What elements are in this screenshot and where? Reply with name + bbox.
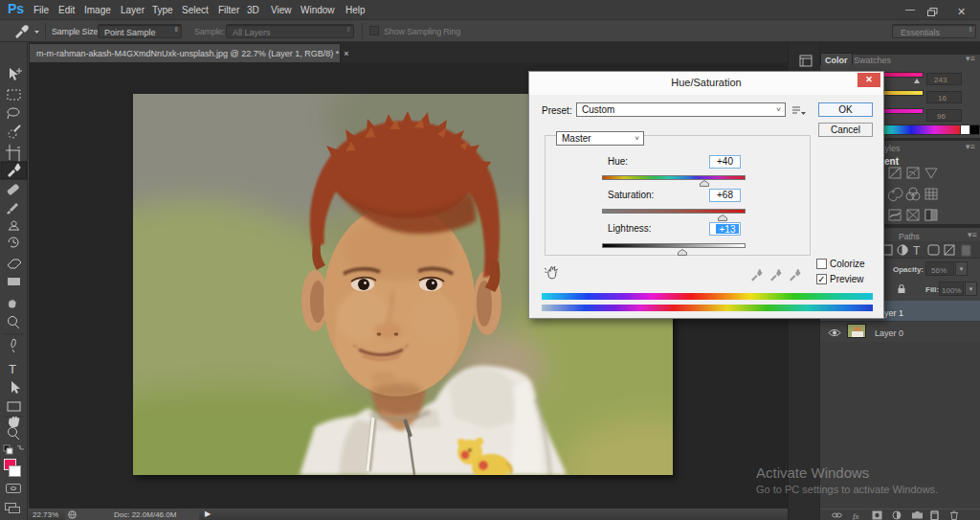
- svg-text:T: T: [9, 362, 16, 376]
- svg-text:fx: fx: [853, 511, 859, 520]
- svg-text:T: T: [913, 244, 921, 257]
